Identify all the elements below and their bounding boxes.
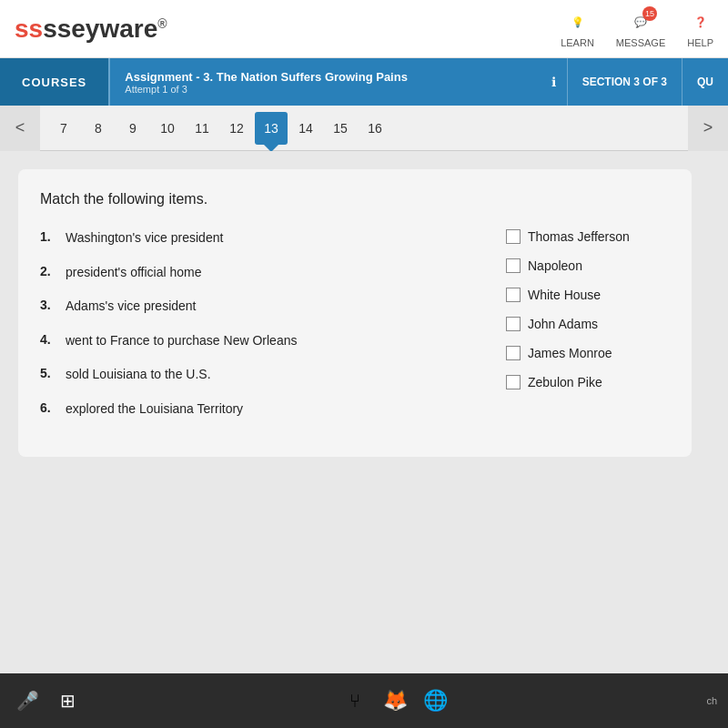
quiz-label: QU	[697, 76, 713, 88]
logo-registered: ®	[157, 15, 167, 30]
match-text-3: Adams's vice president	[66, 298, 197, 316]
question-instruction: Match the following items.	[40, 191, 670, 207]
question-numbers: 7 8 9 10 11 12 13 14 15 16	[40, 112, 688, 145]
option-label-thomas-jefferson: Thomas Jefferson	[528, 229, 630, 244]
courses-nav-item[interactable]: COURSES	[0, 58, 108, 106]
option-label-white-house: White House	[528, 288, 601, 302]
learn-icon: 💡	[571, 16, 584, 28]
message-icon-container: 💬 15	[628, 10, 653, 35]
match-text-1: Washington's vice president	[66, 229, 223, 248]
left-chevron-icon: <	[15, 118, 25, 137]
header-actions: 💡 LEARN 💬 15 MESSAGE ❓ HELP	[561, 10, 713, 48]
help-icon-container: ❓	[688, 10, 713, 35]
match-number-6: 6.	[40, 400, 58, 415]
mic-icon: 🎤	[16, 690, 39, 712]
match-number-3: 3.	[40, 298, 58, 312]
app-header: sssseyware® 💡 LEARN 💬 15 MESSAGE ❓	[0, 0, 728, 58]
match-item-6: 6. explored the Louisiana Territory	[40, 400, 470, 419]
checkbox-zebulon-pike[interactable]	[506, 375, 521, 389]
taskbar-mic-icon[interactable]: 🎤	[11, 684, 44, 717]
q-num-11[interactable]: 11	[186, 112, 218, 145]
match-number-5: 5.	[40, 366, 58, 380]
match-item-1: 1. Washington's vice president	[40, 229, 470, 248]
help-icon: ❓	[694, 16, 707, 28]
checkbox-thomas-jefferson[interactable]	[506, 229, 521, 244]
option-thomas-jefferson[interactable]: Thomas Jefferson	[506, 229, 670, 244]
q-num-10[interactable]: 10	[151, 112, 184, 145]
next-question-arrow[interactable]: >	[688, 106, 728, 151]
section-label: SECTION 3 OF 3	[567, 58, 682, 106]
q-num-8[interactable]: 8	[82, 112, 115, 145]
match-item-4: 4. went to France to purchase New Orlean…	[40, 332, 470, 350]
match-number-1: 1.	[40, 229, 58, 244]
checkbox-john-adams[interactable]	[506, 317, 521, 331]
option-label-james-monroe: James Monroe	[528, 346, 612, 360]
checkbox-napoleon[interactable]	[506, 258, 521, 273]
assignment-nav-info: Assignment - 3. The Nation Suffers Growi…	[108, 58, 422, 106]
info-button[interactable]: ℹ	[541, 58, 567, 106]
q-num-15[interactable]: 15	[324, 112, 357, 145]
q-num-14[interactable]: 14	[289, 112, 322, 145]
option-label-zebulon-pike: Zebulon Pike	[528, 375, 602, 389]
logo-text: sssseyware®	[15, 15, 167, 44]
option-label-napoleon: Napoleon	[528, 258, 582, 273]
courses-label: COURSES	[22, 76, 86, 89]
nav-spacer	[422, 58, 541, 106]
grid-icon: ⊞	[60, 690, 76, 712]
option-label-john-adams: John Adams	[528, 317, 598, 331]
match-text-2: president's official home	[66, 264, 202, 282]
logo-area: sssseyware®	[15, 15, 167, 44]
learn-button[interactable]: 💡 LEARN	[561, 10, 594, 48]
logo-accent: ss	[15, 15, 43, 43]
option-james-monroe[interactable]: James Monroe	[506, 346, 670, 360]
q-num-7[interactable]: 7	[47, 112, 80, 145]
right-chevron-icon: >	[703, 118, 713, 137]
taskbar: 🎤 ⊞ ⑂ 🦊 🌐 ch	[0, 673, 728, 728]
firefox-icon: 🦊	[383, 689, 408, 713]
match-item-2: 2. president's official home	[40, 264, 470, 282]
left-column: 1. Washington's vice president 2. presid…	[40, 229, 470, 435]
taskbar-browser-icon[interactable]: 🌐	[419, 684, 451, 717]
section-text: SECTION 3 OF 3	[582, 76, 667, 88]
learn-icon-container: 💡	[565, 10, 591, 35]
option-napoleon[interactable]: Napoleon	[506, 258, 670, 273]
taskbar-time: ch	[706, 695, 717, 706]
help-button[interactable]: ❓ HELP	[687, 10, 713, 48]
help-label: HELP	[687, 37, 713, 48]
option-john-adams[interactable]: John Adams	[506, 317, 670, 331]
checkbox-james-monroe[interactable]	[506, 346, 521, 360]
browser-icon: 🌐	[423, 689, 448, 713]
main-content: Match the following items. 1. Washington…	[0, 151, 728, 673]
taskbar-firefox-icon[interactable]: 🦊	[379, 684, 411, 717]
matching-container: 1. Washington's vice president 2. presid…	[40, 229, 670, 435]
checkbox-white-house[interactable]	[506, 288, 521, 302]
match-item-3: 3. Adams's vice president	[40, 298, 470, 316]
match-number-4: 4.	[40, 332, 58, 347]
attempt-label: Attempt 1 of 3	[125, 84, 408, 95]
question-area: Match the following items. 1. Washington…	[18, 169, 692, 457]
message-label: MESSAGE	[616, 37, 665, 48]
screen: sssseyware® 💡 LEARN 💬 15 MESSAGE ❓	[0, 0, 728, 728]
match-number-2: 2.	[40, 264, 58, 278]
quiz-nav-item[interactable]: QU	[682, 58, 728, 106]
taskbar-grid-icon[interactable]: ⊞	[51, 684, 84, 717]
message-button[interactable]: 💬 15 MESSAGE	[616, 10, 665, 48]
option-zebulon-pike[interactable]: Zebulon Pike	[506, 375, 670, 389]
assignment-title: Assignment - 3. The Nation Suffers Growi…	[125, 70, 408, 84]
option-white-house[interactable]: White House	[506, 288, 670, 302]
q-num-13[interactable]: 13	[255, 112, 288, 145]
taskbar-app1-icon[interactable]: ⑂	[339, 684, 371, 717]
match-text-6: explored the Louisiana Territory	[66, 400, 243, 419]
logo-main: sseyware	[43, 15, 157, 43]
prev-question-arrow[interactable]: <	[0, 106, 40, 151]
q-num-9[interactable]: 9	[116, 112, 149, 145]
question-navigator: < 7 8 9 10 11 12 13 14 15 16 >	[0, 106, 728, 151]
match-text-5: sold Louisiana to the U.S.	[66, 366, 211, 384]
q-num-12[interactable]: 12	[220, 112, 253, 145]
app1-icon: ⑂	[349, 691, 360, 712]
learn-label: LEARN	[561, 37, 594, 48]
match-item-5: 5. sold Louisiana to the U.S.	[40, 366, 470, 384]
info-icon: ℹ	[551, 75, 556, 89]
q-num-16[interactable]: 16	[359, 112, 391, 145]
right-column: Thomas Jefferson Napoleon White House Jo…	[506, 229, 670, 435]
